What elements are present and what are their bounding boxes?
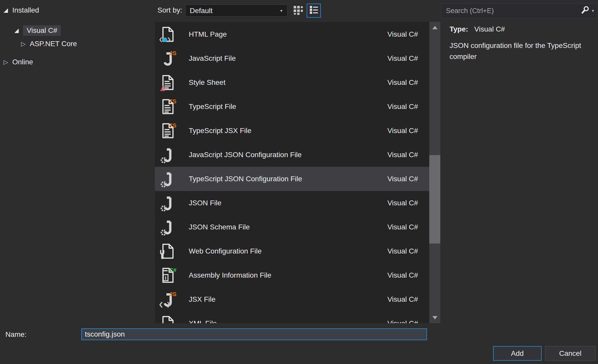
template-name: TypeScript File (189, 103, 387, 111)
cancel-button-label: Cancel (559, 349, 581, 358)
expanded-triangle-icon[interactable]: ◢ (4, 7, 12, 14)
ts-file-icon: TS (160, 98, 176, 115)
type-label: Type: (450, 25, 468, 33)
template-list-item[interactable]: JavaScript JSON Configuration FileVisual… (155, 143, 429, 167)
template-name: HTML Page (189, 30, 387, 38)
json-file-icon (160, 170, 176, 187)
template-list-item[interactable]: AStyle SheetVisual C# (155, 70, 429, 95)
svg-text:TS: TS (169, 98, 176, 105)
jsx-file-icon: JS (160, 291, 176, 308)
scrollbar-thumb[interactable] (429, 155, 440, 244)
template-name: JSX File (189, 295, 387, 304)
xml-file-icon (160, 315, 176, 323)
ts-file-icon: TS (160, 122, 176, 139)
template-list-item[interactable]: JSJavaScript FileVisual C# (155, 46, 429, 70)
search-box[interactable]: ▼ (441, 4, 597, 18)
collapsed-triangle-icon[interactable]: ▷ (21, 41, 30, 47)
template-category: Visual C# (387, 30, 418, 38)
tree-node-label-selected: Visual C# (23, 25, 61, 36)
template-list-item[interactable]: JSON FileVisual C# (155, 191, 429, 215)
list-view-button-active[interactable] (307, 4, 321, 18)
template-category: Visual C# (387, 223, 418, 231)
template-description: JSON configuration file for the TypeScri… (450, 40, 598, 62)
sort-by-value: Default (190, 7, 213, 15)
html-page-icon (160, 26, 176, 43)
search-input[interactable] (441, 7, 581, 15)
template-list-item[interactable]: JSJSX FileVisual C# (155, 287, 429, 311)
template-category: Visual C# (387, 319, 418, 323)
collapsed-triangle-icon[interactable]: ▷ (4, 59, 12, 66)
svg-text:TS: TS (169, 122, 176, 129)
chevron-down-icon[interactable]: ▼ (591, 9, 595, 13)
json-file-icon (160, 146, 176, 163)
template-name: TypeScript JSON Configuration File (189, 175, 387, 183)
template-name: Style Sheet (189, 78, 387, 87)
template-list-item[interactable]: XML FileVisual C# (155, 311, 429, 323)
triangle-down-icon (432, 316, 437, 319)
name-label: Name: (5, 330, 26, 339)
template-name: JSON File (189, 199, 387, 207)
template-category: Visual C# (387, 271, 418, 279)
cancel-button[interactable]: Cancel (545, 346, 595, 361)
list-view-icon (309, 5, 318, 16)
json-file-icon (160, 195, 176, 211)
template-name: JavaScript File (189, 54, 387, 63)
template-name: XML File (189, 319, 387, 323)
type-value: Visual C# (474, 25, 505, 33)
tree-node-visual-csharp[interactable]: ◢ Visual C# (14, 25, 61, 36)
template-category: Visual C# (387, 295, 418, 304)
assembly-info-icon: iC# (160, 267, 176, 284)
svg-text:JS: JS (169, 50, 176, 56)
template-list-item[interactable]: TSTypeScript FileVisual C# (155, 95, 429, 119)
sort-by-label: Sort by: (157, 6, 182, 14)
json-file-icon (160, 219, 176, 236)
template-name: Web Configuration File (189, 247, 387, 255)
triangle-up-icon (432, 26, 437, 29)
template-category: Visual C# (387, 54, 418, 63)
template-details-panel: Type: Visual C# JSON configuration file … (450, 25, 598, 62)
template-list-item-selected[interactable]: TypeScript JSON Configuration FileVisual… (155, 167, 429, 191)
template-category: Visual C# (387, 78, 418, 87)
template-name: JavaScript JSON Configuration File (189, 151, 387, 159)
template-category: Visual C# (387, 247, 418, 255)
tree-node-label: ASP.NET Core (30, 40, 77, 48)
template-list-item[interactable]: JSON Schema FileVisual C# (155, 215, 429, 239)
chevron-down-icon: ▼ (280, 9, 283, 13)
add-new-item-dialog: ◢ Installed ◢ Visual C# ▷ ASP.NET Core ▷… (0, 0, 598, 364)
tree-node-label: Online (12, 58, 33, 66)
template-list: HTML PageVisual C#JSJavaScript FileVisua… (155, 22, 429, 323)
tree-node-label: Installed (12, 6, 39, 14)
tree-node-installed[interactable]: ◢ Installed (4, 6, 39, 14)
template-list-item[interactable]: HTML PageVisual C# (155, 22, 429, 46)
grid-view-icon (293, 5, 304, 17)
add-button-label: Add (511, 349, 524, 358)
template-category: Visual C# (387, 199, 418, 207)
add-button[interactable]: Add (493, 346, 542, 361)
style-sheet-icon: A (160, 74, 176, 91)
name-input[interactable] (81, 328, 427, 340)
scroll-up-button[interactable] (429, 22, 440, 33)
template-list-item[interactable]: iC#Assembly Information FileVisual C# (155, 263, 429, 287)
template-list-item[interactable]: Web Configuration FileVisual C# (155, 239, 429, 263)
sort-by-dropdown[interactable]: Default ▼ (185, 5, 287, 17)
web-config-icon (160, 243, 176, 260)
svg-text:A: A (161, 85, 165, 91)
list-scrollbar[interactable] (429, 22, 440, 323)
template-category: Visual C# (387, 175, 418, 183)
template-list-item[interactable]: TSTypeScript JSX FileVisual C# (155, 119, 429, 143)
medium-icons-view-button[interactable] (292, 5, 305, 17)
tree-node-online[interactable]: ▷ Online (4, 58, 33, 66)
scroll-down-button[interactable] (429, 312, 440, 323)
js-file-icon: JS (160, 50, 176, 67)
svg-text:C#: C# (169, 267, 176, 273)
search-icon[interactable] (581, 6, 590, 16)
template-category: Visual C# (387, 103, 418, 111)
template-name: JSON Schema File (189, 223, 387, 231)
template-category: Visual C# (387, 127, 418, 135)
svg-text:JS: JS (169, 291, 176, 297)
tree-node-aspnet-core[interactable]: ▷ ASP.NET Core (21, 40, 77, 48)
expanded-triangle-icon[interactable]: ◢ (14, 27, 23, 34)
template-name: TypeScript JSX File (189, 127, 387, 135)
svg-text:i: i (165, 275, 166, 281)
template-category: Visual C# (387, 151, 418, 159)
